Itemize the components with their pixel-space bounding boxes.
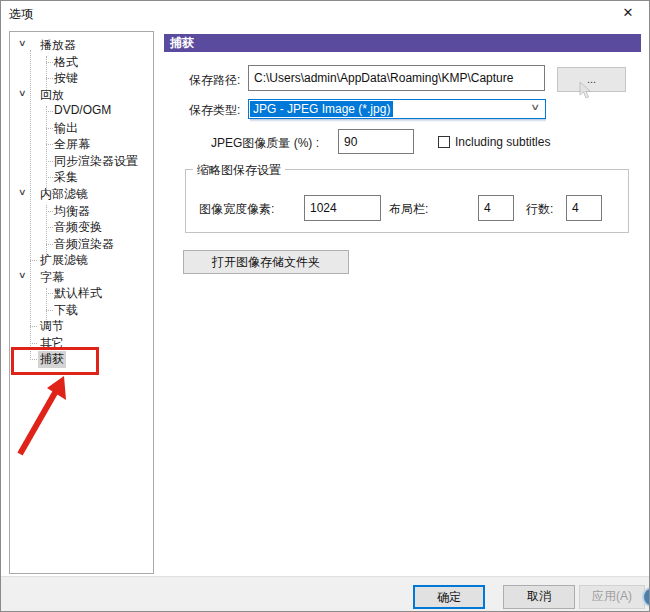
panel-header-label: 捕获 [170,36,194,50]
sidebar-item-label[interactable]: 格式 [52,54,80,71]
close-icon[interactable]: ✕ [619,4,637,22]
save-type-label: 保存类型: [189,102,240,119]
layout-cols-input[interactable] [478,195,514,221]
sidebar-item-label[interactable]: DVD/OGM [52,103,113,117]
sidebar-item-同步渲染器设置[interactable]: 同步渲染器设置 [10,152,153,168]
sidebar-item-回放[interactable]: ∨回放 [10,86,153,102]
sidebar-item-DVD/OGM[interactable]: DVD/OGM [10,102,153,118]
combo-shadow [250,119,546,122]
panel-header: 捕获 [164,34,641,52]
cancel-button[interactable]: 取消 [503,585,575,609]
sidebar-item-按键[interactable]: 按键 [10,69,153,85]
options-dialog: 选项 ✕ ∨播放器格式按键∨回放DVD/OGM输出全屏幕同步渲染器设置采集∨内部… [0,0,650,612]
save-path-input[interactable] [248,65,545,91]
tree-connector [30,326,37,327]
row-count-input[interactable] [566,195,602,221]
including-subtitles-label: Including subtitles [455,135,550,149]
sidebar-item-label[interactable]: 内部滤镜 [38,186,90,203]
sidebar-item-label[interactable]: 播放器 [38,37,78,54]
sidebar-item-采集[interactable]: 采集 [10,168,153,184]
open-capture-folder-button[interactable]: 打开图像存储文件夹 [183,250,349,274]
sidebar-item-label[interactable]: 扩展滤镜 [38,252,90,269]
annotation-highlight-box [11,347,99,375]
row-count-label: 行数: [526,201,553,218]
sidebar-item-label[interactable]: 按键 [52,70,80,87]
save-type-selected-value: JPG - JPEG Image (*.jpg) [250,101,393,117]
sidebar-item-默认样式[interactable]: 默认样式 [10,284,153,300]
chevron-down-icon[interactable]: ∨ [18,187,27,197]
window-title: 选项 [9,6,33,23]
apply-button: 应用(A) [579,585,645,609]
title-bar: 选项 ✕ [1,1,649,25]
image-width-label: 图像宽度像素: [199,201,274,218]
sidebar-item-调节[interactable]: 调节 [10,317,153,333]
sidebar-item-label[interactable]: 同步渲染器设置 [52,153,140,170]
sidebar-item-label[interactable]: 全屏幕 [52,136,92,153]
sidebar-item-label[interactable]: 调节 [38,318,66,335]
sidebar-item-音频渲染器[interactable]: 音频渲染器 [10,235,153,251]
sidebar-item-label[interactable]: 均衡器 [52,203,92,220]
sidebar-item-label[interactable]: 字幕 [38,269,66,286]
layout-cols-label: 布局栏: [389,201,428,218]
sidebar-item-label[interactable]: 音频渲染器 [52,236,116,253]
save-path-label: 保存路径: [189,72,240,89]
tree-connector [30,343,37,344]
sidebar-item-均衡器[interactable]: 均衡器 [10,202,153,218]
footer-bar: 确定 取消 应用(A) [1,576,650,612]
chevron-down-icon[interactable]: ∨ [18,38,27,48]
sidebar-item-字幕[interactable]: ∨字幕 [10,268,153,284]
chevron-down-icon[interactable]: ∨ [531,102,541,112]
sidebar-item-输出[interactable]: 输出 [10,119,153,135]
chevron-down-icon[interactable]: ∨ [18,270,27,280]
jpeg-quality-label: JPEG图像质量 (%) : [211,135,319,152]
save-type-select[interactable]: JPG - JPEG Image (*.jpg) ∨ [248,99,546,119]
thumbnail-group-title: 缩略图保存设置 [193,162,285,179]
sidebar-item-播放器[interactable]: ∨播放器 [10,36,153,52]
sidebar-item-label[interactable]: 音频变换 [52,219,104,236]
tree-connector [30,260,37,261]
chevron-down-icon[interactable]: ∨ [18,88,27,98]
ok-button[interactable]: 确定 [413,585,485,609]
sidebar-item-label[interactable]: 采集 [52,169,80,186]
jpeg-quality-input[interactable] [338,129,414,154]
sidebar-item-内部滤镜[interactable]: ∨内部滤镜 [10,185,153,201]
sidebar-item-扩展滤镜[interactable]: 扩展滤镜 [10,251,153,267]
sidebar-item-label[interactable]: 输出 [52,120,80,137]
browse-button[interactable]: ... [557,67,626,92]
sidebar-item-音频变换[interactable]: 音频变换 [10,218,153,234]
sidebar-item-全屏幕[interactable]: 全屏幕 [10,135,153,151]
image-width-input[interactable] [304,195,381,221]
sidebar-item-label[interactable]: 回放 [38,87,66,104]
sidebar-item-下载[interactable]: 下载 [10,301,153,317]
options-tree: ∨播放器格式按键∨回放DVD/OGM输出全屏幕同步渲染器设置采集∨内部滤镜均衡器… [9,31,154,574]
sidebar-item-label[interactable]: 下载 [52,302,80,319]
sidebar-item-格式[interactable]: 格式 [10,53,153,69]
including-subtitles-checkbox[interactable] [438,136,450,148]
sidebar-item-label[interactable]: 默认样式 [52,285,104,302]
